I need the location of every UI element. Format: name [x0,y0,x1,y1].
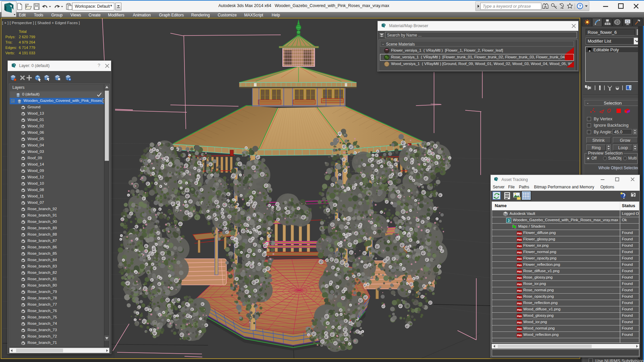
svg-text:PNG: PNG [517,277,522,279]
svg-text:PNG: PNG [517,309,522,311]
svg-text:PNG: PNG [517,239,522,241]
svg-text:PNG: PNG [517,258,522,260]
svg-text:PNG: PNG [517,270,522,273]
svg-text:PNG: PNG [517,283,522,286]
svg-text:PNG: PNG [517,245,522,247]
svg-text:3: 3 [507,219,509,223]
svg-text:PNG: PNG [517,290,522,292]
svg-text:PNG: PNG [517,321,522,324]
svg-text:PNG: PNG [517,232,522,235]
svg-text:PNG: PNG [517,334,522,337]
svg-text:?: ? [579,4,581,9]
svg-text:PNG: PNG [517,302,522,305]
svg-text:PNG: PNG [517,264,522,266]
svg-text:PNG: PNG [517,296,522,298]
svg-text:PNG: PNG [517,251,522,254]
svg-text:PNG: PNG [517,328,522,330]
svg-text:PNG: PNG [517,315,522,317]
